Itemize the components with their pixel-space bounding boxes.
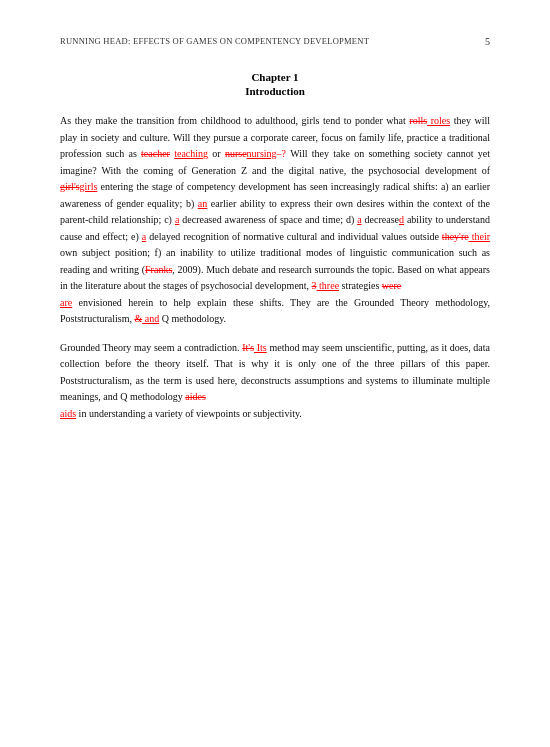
strikethrough-rolls: rolls [409, 115, 427, 126]
section-title: Introduction [60, 85, 490, 97]
page-header: Running head: EFFECTS OF GAMES ON COMPEN… [60, 36, 490, 47]
correction-nursing: nursing [247, 148, 277, 159]
correction-are: are [60, 297, 72, 308]
strikethrough-its1: It's [242, 342, 254, 353]
strikethrough-nurse: nurse [225, 148, 247, 159]
body-text: As they make the transition from childho… [60, 113, 490, 422]
correction-a3: a [142, 231, 146, 242]
correction-and: and [142, 313, 159, 324]
correction-teaching: teaching [174, 148, 208, 159]
correction-its2: Its [254, 342, 267, 353]
strikethrough-theyre: they're [442, 231, 469, 242]
paragraph-1: As they make the transition from childho… [60, 113, 490, 328]
strikethrough-franks: Franks [145, 264, 172, 275]
running-head: Running head: EFFECTS OF GAMES ON COMPEN… [60, 36, 369, 46]
correction-three: three [317, 280, 340, 291]
strikethrough-girls1: girl's [60, 181, 80, 192]
chapter-title: Chapter 1 [60, 71, 490, 83]
paragraph-2: Grounded Theory may seem a contradiction… [60, 340, 490, 423]
red-dash: –? [277, 148, 286, 159]
correction-a1: a [175, 214, 179, 225]
correction-roles: roles [427, 115, 450, 126]
page: Running head: EFFECTS OF GAMES ON COMPEN… [0, 0, 550, 747]
correction-girls2: girls [80, 181, 98, 192]
strikethrough-were: were [382, 280, 401, 291]
correction-d: d [399, 214, 404, 225]
correction-aids: aids [60, 408, 76, 419]
strikethrough-teacher: teacher [141, 148, 170, 159]
correction-a2: a [357, 214, 361, 225]
correction-an: an [198, 198, 207, 209]
page-number: 5 [485, 36, 490, 47]
strikethrough-aides: aides [185, 391, 206, 402]
correction-their: their [469, 231, 490, 242]
